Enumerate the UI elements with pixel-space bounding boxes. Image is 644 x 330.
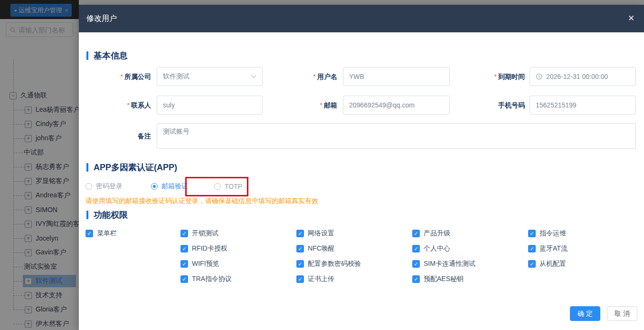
checkbox-checked-icon: ✓ (296, 230, 304, 237)
checkbox-checked-icon: ✓ (528, 260, 536, 268)
contact-input[interactable] (163, 101, 256, 109)
perm-label: 个人中心 (424, 244, 450, 253)
username-label: *用户名 (271, 67, 337, 86)
email-input[interactable] (349, 101, 444, 109)
checkbox-checked-icon: ✓ (180, 230, 188, 237)
perm-checkbox[interactable]: ✓ SIM卡连通性测试 (412, 259, 475, 269)
edit-user-modal: 修改用户 ✕ 基本信息 *所属公司 软件测试 *用户名 *到期时间 (79, 5, 644, 330)
perm-label: 指令运维 (540, 229, 566, 238)
checkbox-checked-icon: ✓ (412, 245, 420, 252)
perm-checkbox[interactable]: ✓ TRA指令协议 (180, 274, 232, 284)
expire-date-picker[interactable]: 2026-12-31 00:00:00 (530, 67, 636, 86)
mfa-warning-text: 请使用填写的邮箱接收验证码认证登录，请确保基础信息中填写的邮箱真实有效 (85, 197, 318, 205)
expire-value: 2026-12-31 00:00:00 (546, 73, 608, 80)
totp-highlight-box (185, 177, 248, 196)
radio-label: 邮箱验证 (161, 182, 188, 191)
perm-label: 开锁测试 (192, 229, 218, 238)
checkbox-checked-icon: ✓ (85, 230, 93, 237)
perm-label: 从机配置 (540, 260, 566, 268)
company-label: *所属公司 (85, 67, 151, 86)
phone-input[interactable] (536, 101, 630, 109)
required-asterisk: * (121, 73, 123, 80)
page: ● 运维宝用户管理 × − 久通物联 + Lea杨青丽客户 (0, 0, 644, 330)
section-permissions: 功能权限 (86, 209, 128, 221)
perm-checkbox[interactable]: ✓ NFC唤醒 (296, 244, 335, 253)
username-input[interactable] (349, 73, 444, 80)
modal-header: 修改用户 ✕ (79, 5, 644, 32)
section-title: 基本信息 (94, 50, 128, 61)
perm-label: SIM卡连通性测试 (424, 260, 475, 268)
perm-label: 网络设置 (308, 229, 334, 238)
remark-label: 备注 (85, 126, 151, 146)
perm-label: 菜单栏 (97, 229, 117, 238)
perm-label: 预配AES秘钥 (424, 275, 464, 283)
perm-checkbox[interactable]: ✓ 菜单栏 (85, 229, 117, 238)
required-asterisk: * (313, 73, 316, 80)
checkbox-checked-icon: ✓ (180, 245, 188, 252)
perm-checkbox[interactable]: ✓ 配置参数密码校验 (296, 259, 361, 269)
close-icon[interactable]: ✕ (626, 13, 636, 24)
perm-label: TRA指令协议 (192, 275, 232, 283)
radio-icon (85, 183, 92, 190)
perm-checkbox[interactable]: ✓ 开锁测试 (180, 229, 218, 238)
section-accent-bar (86, 51, 88, 60)
company-select-value: 软件测试 (163, 72, 189, 81)
perm-label: RFID卡授权 (192, 244, 227, 253)
company-select[interactable]: 软件测试 (157, 67, 263, 86)
clock-icon (536, 73, 542, 80)
required-asterisk: * (494, 73, 497, 80)
perm-checkbox[interactable]: ✓ 指令运维 (528, 229, 566, 238)
checkbox-checked-icon: ✓ (296, 275, 304, 283)
perm-label: NFC唤醒 (308, 244, 335, 253)
radio-label: 密码登录 (96, 182, 123, 191)
section-accent-bar (86, 211, 88, 219)
checkbox-checked-icon: ✓ (528, 245, 536, 252)
modal-title: 修改用户 (86, 14, 117, 24)
username-field-wrap (343, 67, 450, 86)
section-title: 功能权限 (94, 209, 128, 221)
section-title: APP多因素认证(APP) (94, 162, 177, 173)
perm-checkbox[interactable]: ✓ 网络设置 (296, 229, 334, 238)
perm-checkbox[interactable]: ✓ 预配AES秘钥 (412, 274, 464, 284)
email-label: *邮箱 (271, 96, 337, 115)
remark-textarea[interactable]: 测试账号 (157, 123, 636, 149)
expire-label: *到期时间 (458, 67, 525, 86)
section-accent-bar (86, 163, 88, 172)
radio-password-login[interactable]: 密码登录 (85, 182, 123, 191)
checkbox-checked-icon: ✓ (180, 275, 188, 283)
checkbox-checked-icon: ✓ (180, 260, 188, 268)
perm-label: 配置参数密码校验 (308, 260, 361, 268)
perm-label: WIFI预览 (192, 260, 219, 268)
perm-checkbox[interactable]: ✓ 产品升级 (412, 229, 450, 238)
perm-label: 蓝牙AT流 (540, 244, 568, 253)
required-asterisk: * (127, 101, 130, 109)
phone-label: 手机号码 (458, 96, 525, 115)
perm-checkbox[interactable]: ✓ 个人中心 (412, 244, 450, 253)
contact-field-wrap (157, 96, 263, 115)
section-basic-info: 基本信息 (86, 50, 128, 61)
perm-label: 产品升级 (424, 229, 450, 238)
checkbox-checked-icon: ✓ (528, 230, 536, 237)
checkbox-checked-icon: ✓ (412, 275, 420, 283)
chevron-down-icon (251, 75, 256, 78)
perm-checkbox[interactable]: ✓ 蓝牙AT流 (528, 244, 568, 253)
checkbox-checked-icon: ✓ (296, 260, 304, 268)
radio-email-verify[interactable]: 邮箱验证 (151, 182, 188, 191)
perm-checkbox[interactable]: ✓ RFID卡授权 (180, 244, 227, 253)
radio-selected-icon (151, 183, 158, 190)
confirm-button[interactable]: 确 定 (570, 306, 600, 321)
phone-field-wrap (530, 96, 636, 115)
contact-label: *联系人 (85, 96, 151, 115)
checkbox-checked-icon: ✓ (412, 260, 420, 268)
perm-label: 证书上传 (308, 275, 334, 283)
checkbox-checked-icon: ✓ (296, 245, 304, 252)
perm-checkbox[interactable]: ✓ WIFI预览 (180, 259, 219, 269)
section-mfa: APP多因素认证(APP) (86, 162, 177, 173)
cancel-button[interactable]: 取 消 (607, 306, 637, 321)
perm-checkbox[interactable]: ✓ 从机配置 (528, 259, 566, 269)
checkbox-checked-icon: ✓ (412, 230, 420, 237)
perm-checkbox[interactable]: ✓ 证书上传 (296, 274, 334, 284)
email-field-wrap (343, 96, 450, 115)
required-asterisk: * (320, 101, 322, 109)
